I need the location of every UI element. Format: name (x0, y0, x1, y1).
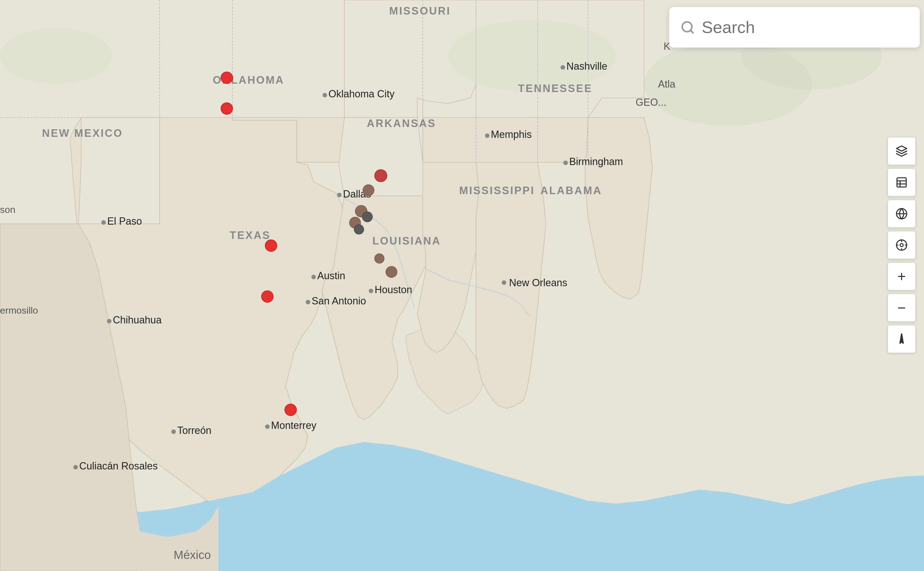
zoom-out-button[interactable]: − (888, 294, 916, 322)
brown-dot-6[interactable] (385, 266, 397, 278)
dot-nashville (560, 65, 565, 69)
dot-birmingham (563, 160, 568, 165)
red-dot-4[interactable] (261, 290, 274, 303)
dot-torreon (171, 429, 176, 434)
map-controls: + − (888, 137, 916, 353)
globe-button[interactable] (888, 200, 916, 228)
brown-dot-5[interactable] (375, 253, 384, 264)
red-dot-3[interactable] (265, 239, 277, 252)
location-button[interactable] (888, 231, 916, 259)
svg-point-12 (448, 20, 616, 92)
svg-rect-16 (897, 178, 906, 187)
search-icon (680, 20, 695, 35)
dot-monterrey (265, 424, 269, 429)
dot-culiacan (73, 465, 78, 469)
dark-dot-2[interactable] (354, 224, 364, 235)
dot-oklahoma-city (323, 93, 327, 97)
red-dot-1[interactable] (221, 72, 233, 84)
dot-houston (369, 289, 373, 293)
brown-dot-1[interactable] (375, 169, 387, 182)
north-button[interactable] (888, 325, 916, 353)
dot-el-paso (101, 220, 106, 225)
zoom-in-button[interactable]: + (888, 262, 916, 290)
map-container: TEXAS OKLAHOMA NEW MEXICO LOUISIANA ARKA… (0, 0, 924, 571)
svg-point-11 (0, 28, 112, 84)
dark-dot-1[interactable] (362, 211, 373, 222)
svg-marker-15 (896, 146, 907, 151)
search-bar (669, 7, 920, 48)
search-input[interactable] (702, 18, 911, 37)
svg-point-23 (900, 244, 903, 247)
dot-chihuahua (107, 319, 111, 323)
layers-button[interactable] (888, 137, 916, 165)
map-svg (0, 0, 924, 571)
red-dot-2[interactable] (221, 102, 233, 115)
dot-austin (311, 275, 316, 279)
brown-dot-2[interactable] (362, 184, 375, 196)
legend-button[interactable] (888, 168, 916, 196)
svg-line-14 (690, 30, 693, 33)
dot-new-orleans (502, 280, 506, 285)
dot-san-antonio (306, 300, 310, 304)
red-dot-5[interactable] (285, 404, 297, 416)
dot-memphis (485, 133, 489, 138)
dot-dallas (337, 193, 342, 197)
svg-marker-28 (900, 334, 903, 343)
